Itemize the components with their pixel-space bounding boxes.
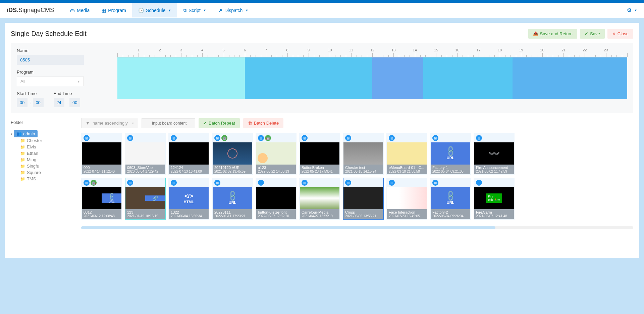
program-card[interactable]: ⊞0603_StoreVue2020-06-04 17:29:42 — [125, 133, 166, 175]
program-value: All — [20, 79, 25, 84]
program-card[interactable]: ⊞Carrefour-Media2021-04-27 13:55:19 — [299, 178, 340, 220]
card-name: eMenuBoard-01 - C... — [389, 166, 425, 170]
save-button[interactable]: ✔Save — [580, 29, 605, 39]
card-info: 03122021-03-12 12:08:48 — [82, 209, 121, 219]
card-date: 2021-06-15 14:15:24 — [345, 170, 381, 173]
program-card[interactable]: ⊞Cross2021-05-06 13:56:21 — [343, 178, 384, 220]
content-toolbar: ▼name ascendingly ▾ 🔍 ✔Batch Repeat 🗑Bat… — [81, 118, 633, 128]
program-card[interactable]: ⊞🔗1232021-01-19 18:16:19 — [125, 178, 166, 220]
program-card[interactable]: ⊞button-0-size-font2022-06-27 17:32:20 — [256, 178, 297, 220]
tree-caret-icon[interactable]: ▾ — [11, 132, 12, 136]
tree-root-admin[interactable]: 👥admin — [14, 130, 38, 137]
card-name: Factory-1 — [432, 166, 469, 170]
program-card[interactable]: ⊞Fireexit 🏃➡FireAlarm2021-06-07 12:41:48 — [474, 178, 515, 220]
card-badges: ⊞ — [169, 178, 209, 187]
windows-icon: ⊞ — [171, 135, 177, 141]
trash-icon: 🗑 — [248, 121, 252, 126]
tree-child-label: Elvis — [27, 144, 36, 149]
name-input[interactable] — [17, 55, 84, 65]
tree-child-chester[interactable]: 📁Chester — [20, 137, 74, 144]
program-card[interactable]: ⊞</>HTML13222021-06-04 16:50:34 — [168, 178, 209, 220]
program-card[interactable]: ⊞🤖20210120 VUE2021-02-02 13:45:59 — [212, 133, 253, 175]
program-card[interactable]: ⊞🤖🔗URL03122021-03-12 12:08:48 — [81, 178, 122, 220]
timeline-block[interactable] — [117, 57, 245, 99]
windows-icon: ⊞ — [258, 180, 264, 186]
chevron-down-icon[interactable]: ▼ — [634, 9, 637, 12]
program-select[interactable]: All▼ — [17, 77, 84, 86]
card-info: 0603_StoreVue2020-06-04 17:29:42 — [125, 165, 165, 174]
sort-select[interactable]: ▼name ascendingly ▾ — [81, 118, 138, 128]
timeline-block[interactable] — [513, 57, 627, 99]
script-icon: ⧉ — [183, 7, 186, 13]
nav-media[interactable]: 🗃Media — [64, 3, 96, 17]
card-name: FireAlarm — [476, 210, 512, 214]
batch-delete-button[interactable]: 🗑Batch Delete — [243, 118, 283, 128]
program-card[interactable]: ⊞🔗URL202201112022-01-11 17:23:21 — [212, 178, 253, 220]
save-label: Save — [590, 31, 600, 36]
timeline[interactable]: 1234567891011121314151617181920212223 — [117, 48, 627, 107]
card-date: 2022-06-27 17:32:20 — [258, 214, 294, 218]
tree-child-square[interactable]: 📁Square — [20, 169, 74, 176]
windows-icon: ⊞ — [389, 180, 395, 186]
ruler-hour-label: 18 — [498, 48, 502, 52]
tree-child-ming[interactable]: 📁Ming — [20, 156, 74, 163]
start-min-input[interactable] — [33, 98, 44, 107]
program-card[interactable]: ⊞🔗URLFactory-12022-05-04 09:21:05 — [430, 133, 471, 175]
program-card[interactable]: ⊞〰️Fire Announcement2021-08-02 11:42:59 — [474, 133, 515, 175]
ruler-hour-label: 2 — [159, 48, 161, 52]
card-date: 2022-05-04 09:26:04 — [432, 214, 469, 218]
timeline-block[interactable] — [423, 57, 513, 99]
card-info: Carrefour-Media2021-04-27 13:55:19 — [300, 209, 339, 219]
save-return-button[interactable]: 📤Save and Return — [528, 29, 578, 39]
nav-program-label: Program — [108, 8, 126, 13]
nav-script[interactable]: ⧉Script▼ — [177, 3, 212, 17]
tree-child-tms[interactable]: 📁TMS — [20, 176, 74, 182]
nav-schedule[interactable]: 🕓Schedule▼ — [132, 3, 177, 17]
nav-program[interactable]: ▦Program — [96, 3, 132, 17]
tree-child-elvis[interactable]: 📁Elvis — [20, 144, 74, 150]
card-badges: ⊞ — [125, 134, 165, 142]
program-icon: ▦ — [102, 8, 106, 13]
card-info: 0002022-07-14 11:12:40 — [82, 165, 121, 174]
program-card[interactable]: ⊞ButtonBroken2022-05-23 17:59:41 — [299, 133, 340, 175]
folder-icon: 📁 — [20, 170, 25, 175]
card-name: Factory-2 — [432, 210, 469, 214]
card-info: 20210120 VUE2021-02-02 13:45:59 — [213, 165, 252, 174]
card-info: 13222021-06-04 16:50:34 — [169, 209, 209, 219]
scrollbar-thumb[interactable] — [81, 226, 495, 229]
program-card[interactable]: ⊞🤖a1232022-06-22 14:30:13 — [256, 133, 297, 175]
content-panel: ▼name ascendingly ▾ 🔍 ✔Batch Repeat 🗑Bat… — [81, 118, 633, 229]
ruler-hour-label: 13 — [391, 48, 395, 52]
end-min-input[interactable] — [69, 98, 80, 107]
program-card[interactable]: ⊞Face Interaction2021-02-23 15:49:05 — [386, 178, 427, 220]
brand-logo[interactable]: iDS.SignageCMS — [7, 7, 54, 14]
windows-icon: ⊞ — [84, 135, 90, 141]
card-info: a1232022-06-22 14:30:13 — [256, 165, 296, 174]
program-card[interactable]: ⊞🔗URLFactory-22022-05-04 09:26:04 — [430, 178, 471, 220]
program-card[interactable]: ⊞1241242022-07-13 16:41:09 — [168, 133, 209, 175]
timeline-block[interactable] — [372, 57, 423, 99]
start-hour-input[interactable] — [17, 98, 28, 107]
close-button[interactable]: ✕Close — [607, 29, 633, 39]
program-card[interactable]: ⊞0002022-07-14 11:12:40 — [81, 133, 122, 175]
folder-tree: ▾ 👥admin 📁Chester📁Elvis📁Ethan📁Ming📁Singf… — [11, 130, 74, 182]
nav-dispatch[interactable]: ↗Dispatch▼ — [212, 3, 254, 17]
horizontal-scrollbar[interactable] — [81, 226, 633, 229]
card-date: 2021-01-19 18:16:19 — [127, 214, 163, 218]
batch-repeat-button[interactable]: ✔Batch Repeat — [199, 118, 240, 128]
search-input[interactable] — [142, 118, 195, 128]
tree-child-ethan[interactable]: 📁Ethan — [20, 150, 74, 156]
timeline-blocks[interactable] — [117, 57, 627, 99]
timeline-block[interactable] — [245, 57, 372, 99]
card-name: 20210120 VUE — [214, 166, 251, 170]
card-badges: ⊞ — [474, 134, 514, 142]
card-badges: ⊞ — [343, 134, 383, 142]
program-card[interactable]: ⊞eMenuBoard-01 - C...2022-03-10 21:50:50 — [386, 133, 427, 175]
android-icon: 🤖 — [221, 135, 227, 141]
brand-bold: iDS. — [7, 7, 18, 13]
ruler-hour-label: 6 — [244, 48, 246, 52]
end-hour-input[interactable] — [54, 98, 64, 107]
tree-child-singfu[interactable]: 📁Singfu — [20, 163, 74, 169]
program-card[interactable]: ⊞Chester test2021-06-15 14:15:24 — [343, 133, 384, 175]
gear-icon[interactable]: ⚙ — [627, 7, 632, 13]
